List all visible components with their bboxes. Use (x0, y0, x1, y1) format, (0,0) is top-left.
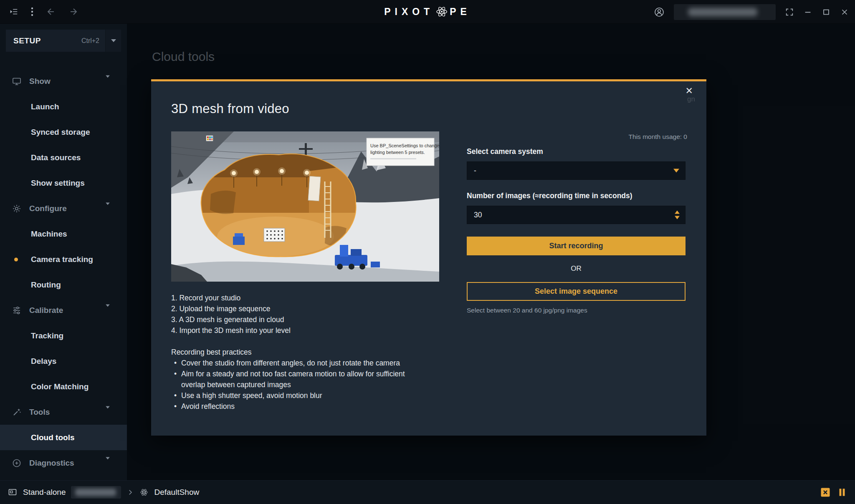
sidebar-item-label: Show (29, 77, 51, 86)
sidebar-nav: Show Launch Synced storage Data sources … (0, 68, 127, 476)
best-practice-item: Cover the studio from different angles, … (171, 358, 418, 368)
sidebar-item-tools[interactable]: Tools (0, 399, 127, 425)
sidebar-item-tracking[interactable]: Tracking (0, 323, 127, 348)
setup-label: SETUP (13, 36, 41, 45)
pause-show-icon[interactable] (837, 486, 847, 498)
sliders-icon (12, 305, 22, 315)
sidebar-item-label: Data sources (31, 153, 81, 162)
sidebar-item-machines[interactable]: Machines (0, 221, 127, 247)
num-images-value: 30 (474, 211, 482, 219)
sidebar-item-show-settings[interactable]: Show settings (0, 170, 127, 196)
select-image-sequence-button[interactable]: Select image sequence (467, 282, 686, 301)
dialog-close-icon[interactable]: ✕ (686, 86, 693, 96)
sidebar-item-label: Cloud tools (31, 433, 74, 442)
number-stepper[interactable] (675, 211, 680, 219)
step-item: 3. A 3D mesh is generated in cloud (171, 314, 439, 325)
wand-icon (12, 407, 22, 417)
mesh-from-video-dialog: ✕ 3D mesh from video This month usage: 0 (151, 79, 706, 436)
diagnostics-icon (12, 458, 22, 468)
setup-shortcut: Ctrl+2 (81, 37, 105, 45)
redacted-account-name (674, 4, 776, 20)
stepper-down-icon[interactable] (675, 216, 680, 219)
scene-note-line1: Use BP_SceneSettings to change (370, 143, 439, 148)
camera-system-select[interactable]: - (467, 161, 686, 180)
sidebar-item-calibrate[interactable]: Calibrate (0, 297, 127, 323)
best-practice-item: Aim for a steady and not too fast camera… (171, 368, 418, 390)
setup-chevron-icon[interactable] (105, 30, 121, 52)
show-name: DefaultShow (154, 488, 199, 497)
sidebar-item-color-matching[interactable]: Color Matching (0, 374, 127, 399)
scene-note-sign: Use BP_SceneSettings to change lighting … (367, 138, 439, 166)
sidebar-item-label: Machines (31, 229, 67, 239)
setup-mode-selector[interactable]: SETUP Ctrl+2 (6, 30, 121, 52)
sidebar-item-label: Launch (31, 102, 59, 111)
sidebar-item-launch[interactable]: Launch (0, 94, 127, 119)
camera-system-label: Select camera system (467, 147, 686, 156)
sidebar-item-label: Camera tracking (31, 255, 93, 264)
chevron-down-icon (106, 307, 110, 314)
sidebar-item-data-sources[interactable]: Data sources (0, 145, 127, 170)
sidebar-item-label: Configure (29, 204, 67, 213)
sidebar-item-label: Show settings (31, 179, 85, 188)
nav-back-icon[interactable] (46, 7, 56, 17)
sidebar-item-show[interactable]: Show (0, 68, 127, 94)
sidebar-item-label: Delays (31, 357, 56, 366)
studio-mesh-preview-image: Use BP_SceneSettings to change lighting … (171, 131, 439, 282)
dialog-title: 3D mesh from video (171, 101, 289, 116)
fullscreen-icon[interactable] (785, 8, 794, 17)
status-bar: Stand-alone DefaultShow (0, 480, 855, 504)
chevron-down-icon (106, 78, 110, 85)
account-icon[interactable] (654, 7, 665, 18)
maximize-icon[interactable] (822, 8, 831, 17)
usage-note: This month usage: 0 (629, 133, 687, 141)
sidebar-item-configure[interactable]: Configure (0, 196, 127, 221)
sidebar-item-delays[interactable]: Delays (0, 348, 127, 374)
close-window-icon[interactable] (840, 8, 849, 17)
gear-icon (12, 204, 22, 214)
best-practices-title: Recording best practices (171, 347, 439, 358)
logo-text-right: PE (450, 6, 471, 18)
logo-text-left: PIXOT (384, 6, 434, 18)
chevron-down-icon (106, 205, 110, 212)
step-item: 2. Upload the image sequence (171, 303, 439, 314)
scene-note-line2: lighting between 5 presets. (370, 150, 425, 155)
camera-system-value: - (474, 166, 476, 175)
best-practices-list: Cover the studio from different angles, … (171, 358, 418, 412)
stepper-up-icon[interactable] (675, 211, 680, 214)
start-recording-button[interactable]: Start recording (467, 237, 686, 255)
chevron-down-icon (106, 408, 110, 416)
sidebar-item-label: Tracking (31, 331, 63, 340)
pixotope-logo: PIXOT PE (384, 5, 471, 18)
sidebar-item-routing[interactable]: Routing (0, 272, 127, 297)
num-images-input[interactable]: 30 (467, 206, 686, 224)
sidebar-item-diagnostics[interactable]: Diagnostics (0, 450, 127, 476)
step-item: 4. Import the 3D mesh into your level (171, 325, 439, 336)
sidebar-item-synced-storage[interactable]: Synced storage (0, 119, 127, 145)
chevron-right-icon (126, 489, 134, 496)
best-practice-item: Use a high shutter speed, avoid motion b… (171, 390, 418, 401)
collapse-sidebar-icon[interactable] (9, 7, 18, 16)
or-separator: OR (467, 265, 686, 273)
atom-icon (435, 5, 448, 18)
sidebar-item-label: Synced storage (31, 128, 90, 137)
machine-icon (8, 487, 18, 497)
pixotope-window: PIXOT PE (0, 0, 855, 504)
num-images-label: Number of images (≈recording time in sec… (467, 192, 686, 200)
show-icon (12, 76, 22, 86)
sidebar-item-label: Calibrate (29, 306, 63, 315)
workflow-steps: 1. Record your studio 2. Upload the imag… (171, 292, 439, 336)
minimize-icon[interactable] (803, 8, 812, 17)
top-bar: PIXOT PE (0, 0, 855, 24)
mode-label: Stand-alone (23, 488, 66, 497)
sidebar-item-camera-tracking[interactable]: Camera tracking (0, 247, 127, 272)
status-dot-icon (14, 257, 18, 261)
sidebar-item-label: Tools (29, 408, 50, 417)
sidebar: SETUP Ctrl+2 Show Launch Synced storage … (0, 24, 127, 480)
chevron-down-icon (673, 169, 679, 173)
sidebar-item-cloud-tools[interactable]: Cloud tools (0, 425, 127, 450)
sequence-helper-text: Select between 20 and 60 jpg/png images (467, 307, 686, 314)
stop-show-icon[interactable] (820, 486, 831, 498)
sidebar-item-label: Routing (31, 280, 61, 290)
more-menu-icon[interactable] (31, 7, 33, 17)
nav-forward-icon[interactable] (68, 7, 78, 17)
